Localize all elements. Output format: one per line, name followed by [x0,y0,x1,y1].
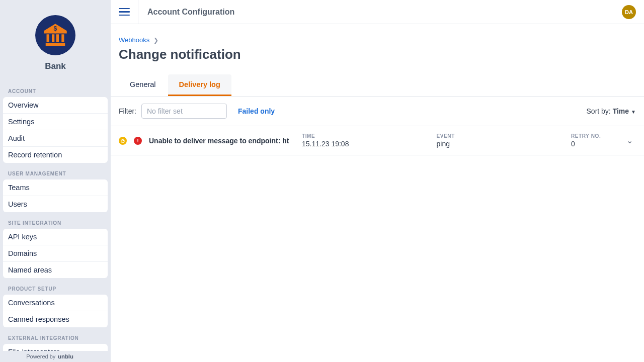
sort-dropdown[interactable]: Time▼ [613,107,636,115]
bank-icon: $ [41,21,69,49]
sidebar-item-users[interactable]: Users [3,196,108,212]
sidebar-item-record-retention[interactable]: Record retention [3,147,108,163]
svg-text:unblu: unblu [58,353,73,359]
filter-input[interactable] [141,104,227,119]
tab-general[interactable]: General [119,74,167,96]
nav-section-label: ACCOUNT [3,80,108,97]
sidebar-item-canned-responses[interactable]: Canned responses [3,311,108,327]
sidebar: $ Bank ACCOUNT Overview Settings Audit R… [0,0,111,362]
org-logo-block: $ Bank [0,0,111,80]
nav-section-label: USER MANAGEMENT [3,163,108,179]
tab-delivery-log[interactable]: Delivery log [168,74,231,96]
sidebar-item-audit[interactable]: Audit [3,130,108,147]
sidebar-item-overview[interactable]: Overview [3,97,108,114]
header-title: Account Configuration [147,8,622,17]
content: Webhooks ❯ Change notification General D… [111,24,644,362]
powered-by: Powered by unblu [0,351,111,362]
nav-section-label: EXTERNAL INTEGRATION [3,327,108,344]
avatar[interactable]: DA [622,5,636,19]
main: Account Configuration DA Webhooks ❯ Chan… [111,0,644,362]
sidebar-item-teams[interactable]: Teams [3,179,108,196]
svg-rect-4 [61,34,64,42]
breadcrumb-parent[interactable]: Webhooks [119,36,149,44]
sidebar-item-named-areas[interactable]: Named areas [3,262,108,278]
error-icon: ! [134,137,142,145]
nav-group-account: Overview Settings Audit Record retention [3,97,108,163]
svg-rect-0 [46,43,65,46]
caret-down-icon: ▼ [631,109,636,115]
chevron-right-icon: ❯ [153,37,158,44]
hamburger-icon[interactable] [119,7,130,18]
header: Account Configuration DA [111,0,644,24]
svg-rect-2 [52,34,54,42]
unblu-logo-icon: unblu [58,353,85,360]
sidebar-item-conversations[interactable]: Conversations [3,295,108,311]
col-label-time: TIME [302,133,430,139]
header-divider [138,0,138,24]
log-row[interactable]: ◔ ! Unable to deliver message to endpoin… [111,126,644,155]
nav-group-product-setup: Conversations Canned responses [3,295,108,327]
filter-bar: Filter: Failed only Sort by: Time▼ [111,97,644,126]
sidebar-item-domains[interactable]: Domains [3,245,108,262]
filter-label: Filter: [119,107,136,115]
log-time: 15.11.23 19:08 [302,140,430,148]
failed-only-link[interactable]: Failed only [238,107,275,115]
log-col-event: EVENT ping [437,133,565,148]
org-logo-icon: $ [35,15,75,55]
page-head: Webhooks ❯ Change notification [111,24,644,62]
nav-group-site-integration: API keys Domains Named areas [3,229,108,278]
sort-label: Sort by: [587,107,611,115]
page-title: Change notification [119,47,636,62]
powered-prefix: Powered by [26,353,55,359]
log-col-retry: RETRY NO. 0 [571,133,616,148]
nav-group-user-management: Teams Users [3,179,108,212]
log-event: ping [437,140,565,148]
sidebar-item-api-keys[interactable]: API keys [3,229,108,245]
org-name: Bank [45,61,66,71]
sidebar-item-settings[interactable]: Settings [3,114,108,130]
nav-section-label: PRODUCT SETUP [3,278,108,295]
sidebar-nav: ACCOUNT Overview Settings Audit Record r… [0,80,111,362]
nav-section-label: SITE INTEGRATION [3,212,108,229]
clock-icon: ◔ [119,137,127,145]
log-retry: 0 [571,140,616,148]
tabs: General Delivery log [111,74,644,97]
log-message: Unable to deliver message to endpoint: h… [149,137,295,145]
col-label-retry: RETRY NO. [571,133,616,139]
svg-rect-3 [56,34,59,42]
sort-by: Sort by: Time▼ [587,107,636,115]
chevron-down-icon[interactable]: ⌄ [623,136,636,145]
svg-rect-1 [47,34,49,42]
log-col-time: TIME 15.11.23 19:08 [302,133,430,148]
svg-text:$: $ [54,25,57,32]
col-label-event: EVENT [437,133,565,139]
breadcrumb: Webhooks ❯ [119,36,636,44]
